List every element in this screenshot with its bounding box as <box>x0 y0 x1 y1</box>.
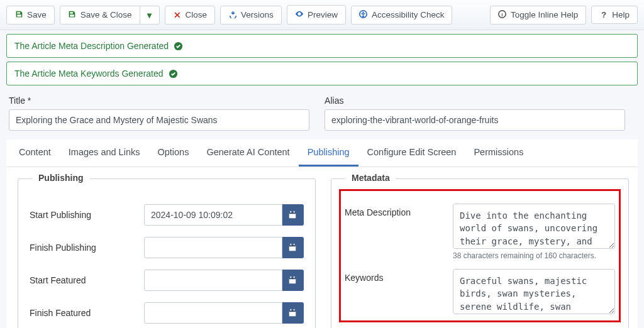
versions-button[interactable]: Versions <box>220 6 282 25</box>
row-finish-publishing: Finish Publishing <box>30 237 304 258</box>
help-label: Help <box>612 10 630 19</box>
toggle-help-label: Toggle Inline Help <box>511 10 578 19</box>
calendar-icon <box>288 210 297 219</box>
close-button[interactable]: ✕ Close <box>165 6 216 25</box>
publishing-legend: Publishing <box>32 173 90 183</box>
title-label: Title * <box>9 96 309 106</box>
start-publishing-group <box>144 204 304 226</box>
save-icon <box>14 10 23 20</box>
svg-rect-16 <box>291 276 292 278</box>
eye-icon <box>295 9 304 20</box>
tab-images-links[interactable]: Images and Links <box>60 139 149 167</box>
finish-featured-group <box>144 302 304 324</box>
question-icon: ? <box>599 10 608 19</box>
accessibility-label: Accessibility Check <box>372 10 445 19</box>
versions-icon <box>228 10 237 20</box>
check-circle-icon <box>174 41 183 51</box>
metadata-fieldset: Metadata Meta Description 38 characters … <box>331 178 629 328</box>
tab-options[interactable]: Options <box>148 139 197 167</box>
versions-label: Versions <box>241 10 274 19</box>
close-icon: ✕ <box>173 10 182 20</box>
svg-rect-8 <box>291 211 292 213</box>
svg-rect-11 <box>289 245 296 247</box>
alert-text: The Article Meta Description Generated <box>14 41 169 51</box>
check-circle-icon <box>169 69 178 79</box>
save-button[interactable]: Save <box>6 6 55 25</box>
calendar-icon <box>288 276 297 285</box>
start-publishing-calendar-button[interactable] <box>282 204 304 226</box>
finish-featured-calendar-button[interactable] <box>282 302 304 324</box>
tab-configure-edit[interactable]: Configure Edit Screen <box>358 139 465 167</box>
finish-publishing-field[interactable] <box>144 237 282 258</box>
accessibility-icon <box>359 10 368 20</box>
alias-field[interactable] <box>325 109 625 131</box>
svg-rect-9 <box>294 211 295 213</box>
meta-description-right: 38 characters remaining of 160 character… <box>453 204 615 260</box>
save-close-dropdown-button[interactable]: ▾ <box>140 6 160 25</box>
close-label: Close <box>186 10 208 19</box>
start-featured-calendar-button[interactable] <box>282 270 304 291</box>
svg-rect-19 <box>289 310 296 312</box>
finish-publishing-label: Finish Publishing <box>30 243 136 253</box>
metadata-highlight: Meta Description 38 characters remaining… <box>339 189 621 322</box>
row-start-featured: Start Featured <box>30 270 304 291</box>
calendar-icon <box>288 243 297 252</box>
finish-publishing-group <box>144 237 304 258</box>
start-featured-group <box>144 270 304 291</box>
save-icon <box>68 10 77 20</box>
svg-rect-12 <box>291 244 292 246</box>
svg-point-1 <box>363 11 364 13</box>
toolbar: Save Save & Close ▾ ✕ Close Versions Pre… <box>0 0 644 30</box>
alert-meta-description: The Article Meta Description Generated <box>6 34 638 58</box>
keywords-field[interactable] <box>453 269 615 314</box>
tab-generate-ai[interactable]: Generate AI Content <box>197 139 298 167</box>
panes: Publishing Start Publishing Finish Publi… <box>6 167 638 328</box>
publishing-pane: Publishing Start Publishing Finish Publi… <box>18 178 316 328</box>
start-publishing-field[interactable] <box>144 204 282 226</box>
meta-description-label: Meta Description <box>345 204 445 260</box>
metadata-pane: Metadata Meta Description 38 characters … <box>331 178 629 328</box>
metadata-legend: Metadata <box>345 173 396 183</box>
finish-featured-label: Finish Featured <box>30 308 136 318</box>
help-button[interactable]: ? Help <box>591 6 638 24</box>
meta-description-field[interactable] <box>453 204 615 249</box>
start-publishing-label: Start Publishing <box>30 210 136 220</box>
svg-rect-13 <box>294 244 295 246</box>
save-close-button[interactable]: Save & Close <box>60 6 140 25</box>
finish-featured-field[interactable] <box>144 302 282 324</box>
calendar-icon <box>288 309 297 317</box>
start-featured-field[interactable] <box>144 270 282 291</box>
start-featured-label: Start Featured <box>30 275 136 285</box>
alert-text: The Article Meta Keywords Generated <box>14 68 164 79</box>
svg-text:i: i <box>502 11 503 17</box>
accessibility-button[interactable]: Accessibility Check <box>351 6 453 25</box>
alerts-region: The Article Meta Description Generated T… <box>0 30 644 85</box>
title-column: Title * <box>9 96 309 131</box>
title-alias-row: Title * Alias <box>0 89 644 139</box>
row-keywords: Keywords <box>345 269 615 314</box>
alias-column: Alias <box>325 96 625 131</box>
row-start-publishing: Start Publishing <box>30 204 304 226</box>
svg-rect-7 <box>289 212 296 214</box>
row-meta-description: Meta Description 38 characters remaining… <box>345 204 615 260</box>
tab-publishing[interactable]: Publishing <box>299 139 358 167</box>
preview-label: Preview <box>308 10 338 19</box>
meta-description-hint: 38 characters remaining of 160 character… <box>453 251 615 260</box>
preview-button[interactable]: Preview <box>287 5 346 25</box>
tab-permissions[interactable]: Permissions <box>465 139 532 167</box>
chevron-down-icon: ▾ <box>145 10 154 20</box>
svg-rect-15 <box>289 278 296 280</box>
tabs: Content Images and Links Options Generat… <box>6 139 638 167</box>
save-close-group: Save & Close ▾ <box>60 6 160 25</box>
finish-publishing-calendar-button[interactable] <box>282 237 304 258</box>
svg-rect-17 <box>294 276 295 278</box>
svg-rect-21 <box>294 309 295 311</box>
alias-label: Alias <box>325 96 625 106</box>
row-finish-featured: Finish Featured <box>30 302 304 324</box>
toggle-help-button[interactable]: i Toggle Inline Help <box>490 6 586 25</box>
save-close-label: Save & Close <box>80 10 132 19</box>
title-field[interactable] <box>9 109 309 131</box>
keywords-right <box>453 269 615 314</box>
tab-content[interactable]: Content <box>10 139 60 167</box>
publishing-fieldset: Publishing Start Publishing Finish Publi… <box>18 178 316 328</box>
